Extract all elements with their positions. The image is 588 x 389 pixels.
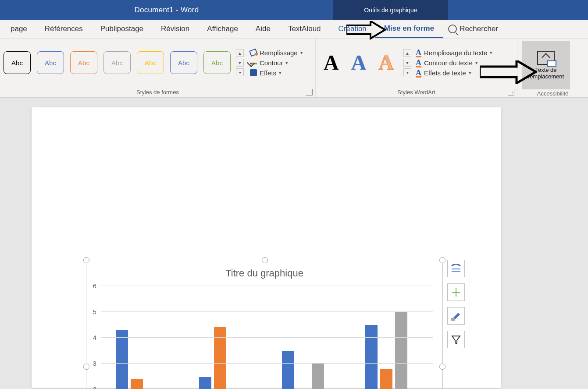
- group-label-shape-styles: Styles de formes: [136, 89, 179, 95]
- ribbon-panel: AbcAbcAbcAbcAbcAbcAbc ▲ ▼ ▾ Remplissage …: [0, 39, 588, 98]
- bar-group: [365, 312, 407, 389]
- chart-filters-button[interactable]: [447, 331, 465, 348]
- tab-mise-en-forme[interactable]: Mise en forme: [375, 20, 443, 38]
- resize-handle[interactable]: [439, 257, 445, 263]
- layout-options-button[interactable]: [447, 260, 465, 277]
- tab-publipostage[interactable]: Publipostage: [92, 20, 152, 38]
- bar[interactable]: [380, 369, 392, 389]
- wordart-up-button[interactable]: ▲: [403, 49, 411, 57]
- shape-style-swatch[interactable]: Abc: [203, 51, 231, 74]
- bar[interactable]: [395, 312, 407, 389]
- text-outline-dropdown[interactable]: A Contour du texte ▾: [416, 59, 492, 67]
- title-bar: Document1 - Word Outils de graphique: [0, 0, 588, 20]
- shape-style-swatch[interactable]: Abc: [70, 51, 97, 74]
- bar[interactable]: [131, 379, 143, 389]
- shape-effects-dropdown[interactable]: Effets ▾: [250, 69, 303, 77]
- shape-fill-dropdown[interactable]: Remplissage ▾: [250, 49, 303, 57]
- wordart-preset-2[interactable]: A: [351, 52, 367, 73]
- shape-fill-label: Remplissage: [260, 49, 298, 57]
- effects-icon: [250, 69, 257, 76]
- search-box[interactable]: Rechercher: [448, 25, 498, 33]
- plus-icon: [451, 287, 461, 297]
- picture-icon: [537, 51, 555, 65]
- wordart-down-button[interactable]: ▼: [403, 59, 411, 67]
- bar[interactable]: [282, 351, 294, 389]
- alt-text-button[interactable]: Texte de remplacement: [522, 41, 570, 89]
- shape-style-swatch[interactable]: Abc: [4, 51, 31, 74]
- gridline: [101, 363, 433, 364]
- chevron-down-icon: ▾: [285, 60, 288, 66]
- group-accessibility: Texte de remplacement Accessibilité: [517, 39, 588, 97]
- chart-object[interactable]: Titre du graphique Catégorie 1Catégorie …: [86, 260, 443, 389]
- gallery-up-button[interactable]: ▲: [236, 49, 244, 57]
- gallery-down-button[interactable]: ▼: [236, 59, 244, 67]
- tab-revision[interactable]: Révision: [152, 20, 198, 38]
- gridline: [101, 286, 433, 286]
- gridline: [101, 311, 433, 312]
- ribbon-tabs: page Références Publipostage Révision Af…: [0, 20, 588, 39]
- chart-plot-area[interactable]: Catégorie 1Catégorie 2Catégorie 3Catégor…: [101, 286, 433, 389]
- group-shape-styles: AbcAbcAbcAbcAbcAbcAbc ▲ ▼ ▾ Remplissage …: [0, 39, 316, 97]
- wordart-preset-3[interactable]: A: [378, 52, 394, 73]
- bar[interactable]: [312, 364, 324, 389]
- search-label: Rechercher: [460, 25, 498, 33]
- text-effects-dropdown[interactable]: A Effets de texte ▾: [416, 69, 492, 77]
- dialog-launcher-icon[interactable]: [508, 89, 514, 95]
- svg-rect-2: [452, 269, 460, 269]
- chevron-down-icon: ▾: [300, 50, 303, 56]
- tab-textaloud[interactable]: TextAloud: [279, 20, 330, 38]
- bucket-icon: [250, 50, 257, 56]
- shape-style-gallery[interactable]: AbcAbcAbcAbcAbcAbcAbc: [4, 51, 231, 74]
- y-tick-label: 2: [93, 386, 96, 389]
- resize-handle[interactable]: [83, 364, 89, 370]
- bar[interactable]: [214, 327, 226, 389]
- text-effects-label: Effets de texte: [424, 69, 466, 77]
- bar[interactable]: [199, 377, 211, 389]
- shape-outline-dropdown[interactable]: Contour ▾: [250, 59, 303, 67]
- text-outline-label: Contour du texte: [424, 59, 473, 67]
- pen-icon: [250, 63, 257, 64]
- dialog-launcher-icon[interactable]: [306, 89, 313, 95]
- chevron-down-icon: ▾: [279, 70, 282, 76]
- tab-page[interactable]: page: [2, 20, 36, 38]
- wordart-more-button[interactable]: ▾: [403, 68, 411, 76]
- wordart-preset-1[interactable]: A: [324, 52, 339, 73]
- chart-elements-button[interactable]: [447, 283, 465, 301]
- group-label-wordart: Styles WordArt: [397, 89, 435, 95]
- document-title: Document1 - Word: [0, 6, 333, 14]
- shape-style-swatch[interactable]: Abc: [137, 51, 164, 74]
- resize-handle[interactable]: [83, 257, 89, 263]
- chevron-down-icon: ▾: [475, 60, 478, 66]
- shape-outline-label: Contour: [260, 59, 283, 67]
- gridline: [101, 337, 433, 338]
- tab-creation[interactable]: Création: [330, 20, 375, 38]
- chevron-down-icon: ▾: [469, 70, 471, 76]
- shape-style-swatch[interactable]: Abc: [37, 51, 64, 74]
- bar[interactable]: [116, 330, 128, 389]
- chart-styles-button[interactable]: [447, 307, 465, 325]
- text-fill-dropdown[interactable]: A Remplissage du texte ▾: [416, 49, 492, 57]
- contextual-tab-chart-tools[interactable]: Outils de graphique: [333, 0, 448, 20]
- resize-handle[interactable]: [262, 257, 268, 263]
- bar-group: [199, 327, 241, 389]
- resize-handle[interactable]: [439, 364, 445, 370]
- search-icon: [448, 25, 457, 33]
- bar[interactable]: [365, 325, 378, 389]
- wordart-gallery[interactable]: A A A: [319, 52, 398, 73]
- tab-affichage[interactable]: Affichage: [198, 20, 247, 38]
- svg-rect-6: [451, 318, 455, 321]
- bar-group: [282, 351, 324, 389]
- wordart-gallery-scroll: ▲ ▼ ▾: [403, 49, 411, 76]
- shape-effects-label: Effets: [260, 69, 276, 77]
- y-tick-label: 4: [93, 334, 96, 341]
- group-wordart-styles: A A A ▲ ▼ ▾ A Remplissage du texte ▾ A C…: [316, 39, 517, 97]
- y-tick-label: 6: [93, 283, 96, 290]
- text-outline-icon: A: [416, 59, 421, 66]
- shape-style-swatch[interactable]: Abc: [170, 51, 197, 74]
- text-effects-icon: A: [416, 69, 421, 76]
- shape-style-swatch[interactable]: Abc: [103, 51, 131, 74]
- tab-references[interactable]: Références: [36, 20, 92, 38]
- tab-aide[interactable]: Aide: [247, 20, 279, 38]
- gallery-more-button[interactable]: ▾: [236, 68, 244, 76]
- group-label-accessibility: Accessibilité: [537, 90, 569, 97]
